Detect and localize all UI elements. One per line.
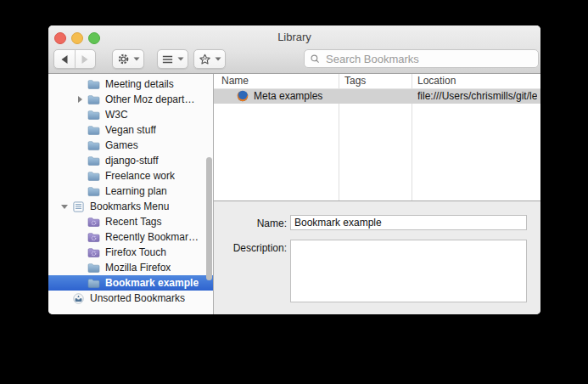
chevron-down-icon xyxy=(177,57,184,61)
forward-icon xyxy=(81,54,89,65)
sidebar-item-label: Meeting details xyxy=(105,78,174,90)
disclosure-spacer xyxy=(74,275,86,291)
folder-icon xyxy=(87,93,100,105)
sidebar-item-w3c[interactable]: W3C xyxy=(48,107,213,122)
sidebar-item-bookmark-example[interactable]: Bookmark example xyxy=(48,275,213,291)
sidebar-item-label: Unsorted Bookmarks xyxy=(90,292,185,304)
sidebar-item-recent-tags[interactable]: Recent Tags xyxy=(48,214,213,229)
disclosure-spacer xyxy=(74,122,86,138)
sidebar-item-label: Freelance work xyxy=(105,170,175,182)
actions-menu-button[interactable] xyxy=(112,49,144,69)
bookmark-location-cell: file:///Users/chrismills/git/le… xyxy=(417,90,537,102)
bookmark-name-cell: Meta examples xyxy=(254,90,322,102)
search-field[interactable] xyxy=(304,49,539,68)
list-view-icon xyxy=(161,54,174,65)
list-row-meta-examples[interactable]: Meta examples file:///Users/chrismills/g… xyxy=(214,89,540,104)
sidebar-scrollbar-thumb[interactable] xyxy=(206,157,212,280)
sidebar-item-firefox-touch[interactable]: Firefox Touch xyxy=(48,245,213,260)
sidebar-item-games[interactable]: Games xyxy=(48,138,213,153)
sidebar-item-bookmarks-menu[interactable]: Bookmarks Menu xyxy=(48,199,213,214)
sidebar-item-learning-plan[interactable]: Learning plan xyxy=(48,184,213,199)
window-title: Library xyxy=(48,31,540,43)
disclosure-spacer xyxy=(74,260,86,275)
disclosure-triangle-icon[interactable] xyxy=(59,199,70,214)
disclosure-triangle-icon[interactable] xyxy=(74,92,86,107)
smart-folder-icon xyxy=(87,231,100,243)
disclosure-spacer xyxy=(74,245,86,260)
disclosure-spacer xyxy=(74,153,86,168)
sidebar-item-label: Bookmark example xyxy=(105,277,199,289)
bookmarks-menu-icon xyxy=(71,200,85,212)
chevron-down-icon xyxy=(215,57,221,61)
import-backup-menu-button[interactable] xyxy=(193,49,226,69)
unsorted-bookmarks-icon xyxy=(71,292,85,304)
folder-icon xyxy=(87,170,100,182)
sidebar-item-label: Recent Tags xyxy=(105,216,162,228)
sidebar-item-meeting-details[interactable]: Meeting details xyxy=(48,76,213,92)
name-field-label: Name: xyxy=(214,217,287,229)
description-field[interactable] xyxy=(290,240,527,302)
sidebar-item-unsorted-bookmarks[interactable]: Unsorted Bookmarks xyxy=(48,291,213,306)
sidebar-item-label: Other Moz depart… xyxy=(105,93,194,105)
smart-folder-icon xyxy=(87,246,100,258)
disclosure-spacer xyxy=(74,229,86,245)
smart-folder-icon xyxy=(87,216,100,228)
name-field[interactable] xyxy=(290,215,527,230)
sidebar-item-label: W3C xyxy=(105,109,128,121)
views-menu-button[interactable] xyxy=(157,49,188,69)
disclosure-spacer xyxy=(59,291,70,306)
bookmarks-sidebar: Meeting details Other Moz depart… W3C Ve… xyxy=(48,74,214,314)
folder-icon xyxy=(87,124,100,136)
folder-icon xyxy=(87,262,100,274)
history-nav-group xyxy=(53,49,96,69)
folder-icon xyxy=(87,185,100,197)
forward-button[interactable] xyxy=(76,50,96,68)
disclosure-spacer xyxy=(74,107,86,122)
library-window: Library xyxy=(48,25,540,314)
folder-icon xyxy=(87,277,100,289)
search-input[interactable] xyxy=(324,52,533,66)
disclosure-spacer xyxy=(74,76,86,92)
chevron-down-icon xyxy=(133,57,140,61)
firefox-icon xyxy=(237,90,249,102)
folder-icon xyxy=(87,78,100,90)
sidebar-item-recently-bookmarked[interactable]: Recently Bookmar… xyxy=(48,229,213,245)
folder-icon xyxy=(87,139,100,151)
sidebar-item-freelance-work[interactable]: Freelance work xyxy=(48,168,213,184)
folder-icon xyxy=(87,109,100,121)
back-icon xyxy=(60,54,69,65)
back-button[interactable] xyxy=(54,50,76,68)
list-header: Name Tags Location xyxy=(214,74,540,89)
disclosure-spacer xyxy=(74,184,86,199)
gear-icon xyxy=(117,53,130,65)
sidebar-item-label: Recently Bookmar… xyxy=(105,231,199,243)
sidebar-item-other-moz-departments[interactable]: Other Moz depart… xyxy=(48,92,213,107)
column-header-name[interactable]: Name xyxy=(221,75,249,87)
bookmarks-list: Name Tags Location Meta examples file://… xyxy=(214,74,540,200)
sidebar-item-label: Bookmarks Menu xyxy=(90,200,169,212)
star-refresh-icon xyxy=(199,54,211,65)
sidebar-item-label: django-stuff xyxy=(105,155,159,167)
main-panel: Name Tags Location Meta examples file://… xyxy=(214,74,540,314)
window-header: Library xyxy=(48,25,540,74)
sidebar-item-label: Vegan stuff xyxy=(105,124,156,136)
sidebar-item-label: Learning plan xyxy=(105,185,167,197)
sidebar-item-label: Games xyxy=(105,139,138,151)
column-header-tags[interactable]: Tags xyxy=(344,75,366,87)
sidebar-item-django-stuff[interactable]: django-stuff xyxy=(48,153,213,168)
sidebar-item-label: Mozilla Firefox xyxy=(105,262,171,274)
details-pane: Name: Description: xyxy=(214,200,540,314)
sidebar-item-label: Firefox Touch xyxy=(105,246,166,258)
folder-icon xyxy=(87,155,100,167)
column-header-location[interactable]: Location xyxy=(417,75,456,87)
sidebar-item-vegan-stuff[interactable]: Vegan stuff xyxy=(48,122,213,138)
search-icon xyxy=(310,54,321,65)
disclosure-spacer xyxy=(74,168,86,184)
disclosure-spacer xyxy=(74,138,86,153)
description-field-label: Description: xyxy=(214,242,287,254)
window-content: Meeting details Other Moz depart… W3C Ve… xyxy=(48,74,540,314)
sidebar-item-mozilla-firefox[interactable]: Mozilla Firefox xyxy=(48,260,213,275)
disclosure-spacer xyxy=(74,214,86,229)
